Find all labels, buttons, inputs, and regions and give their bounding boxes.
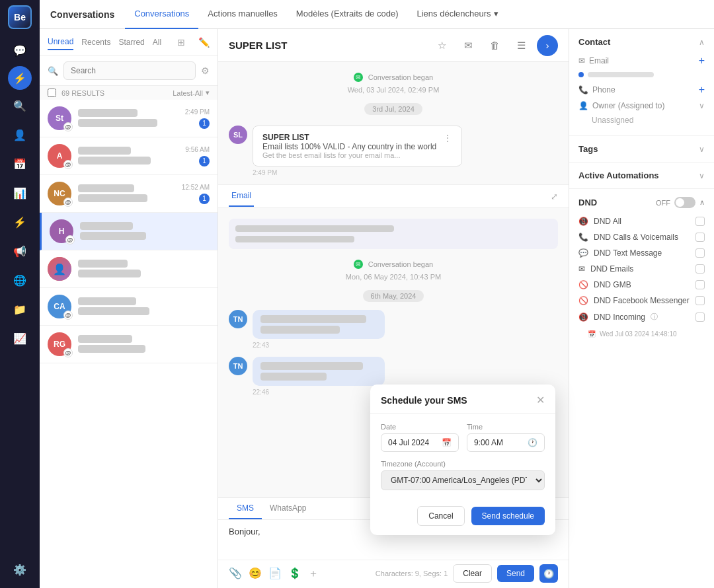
modal-close-button[interactable]: ✕	[536, 394, 545, 406]
nav-icon-contacts[interactable]: 👤	[7, 122, 33, 148]
modal-timezone-label: Timezone (Account)	[381, 460, 545, 468]
dnd-email-icon: ✉	[578, 264, 585, 274]
conv-info	[78, 109, 178, 128]
delete-button[interactable]: 🗑	[484, 35, 505, 56]
chat-header: SUPER LIST ☆ ✉ 🗑 ☰ ›	[218, 29, 569, 62]
email-tab-bar: Email ⤢	[218, 184, 569, 208]
cancel-button[interactable]: Cancel	[417, 506, 464, 526]
dnd-item-email-label: ✉ DND Emails	[578, 264, 633, 274]
plus-icon[interactable]: ＋	[308, 567, 319, 581]
add-phone-button[interactable]: +	[699, 84, 705, 96]
email-button[interactable]: ✉	[457, 35, 479, 56]
automations-section-header[interactable]: Active Automations ∨	[569, 163, 714, 188]
schedule-button[interactable]: 🕐	[539, 564, 558, 583]
expand-icon[interactable]: ⤢	[551, 192, 558, 202]
inbound-bubble-content-2	[253, 357, 385, 386]
send-schedule-button[interactable]: Send schedule	[471, 507, 545, 525]
tab-whatsapp[interactable]: WhatsApp	[262, 498, 314, 519]
tab-sms[interactable]: SMS	[229, 498, 262, 519]
contact-section-header[interactable]: Contact ∧	[569, 29, 714, 55]
modal-date-time-row: Date 04 Jul 2024 📅 Time 9:00 AM 🕐	[381, 423, 545, 452]
dnd-toggle-switch[interactable]	[674, 197, 695, 208]
at-badge: @	[63, 198, 73, 207]
next-button[interactable]: ›	[537, 35, 558, 56]
nav-icon-lightning[interactable]: ⚡	[8, 66, 32, 90]
email-message-row: SL SUPER LIST Email lists 100% VALID - A…	[229, 126, 558, 176]
attachment-icon[interactable]: 📎	[229, 567, 242, 581]
nav-icon-marketing[interactable]: 📢	[7, 238, 33, 264]
list-item[interactable]: A@ 9:56 AM 1	[40, 137, 218, 175]
conv-name	[78, 184, 175, 194]
inbound-time-1: 22:43	[253, 342, 385, 349]
modal-header: Schedule your SMS ✕	[370, 385, 555, 414]
timestamp-text: Wed Jul 03 2024 14:48:10	[600, 330, 677, 338]
star-button[interactable]: ☆	[431, 35, 452, 56]
more-icon[interactable]: ⋮	[443, 133, 452, 143]
dnd-toggle-label: OFF	[656, 199, 670, 207]
tab-modeles[interactable]: Modèles (Extraits de code)	[287, 0, 408, 29]
list-item[interactable]: St@ 2:49 PM 1	[40, 100, 218, 137]
conv-results-bar: 69 RESULTS Latest-All ▾	[40, 86, 218, 100]
add-email-button[interactable]: +	[699, 55, 705, 67]
modal-time-label: Time	[467, 423, 545, 431]
nav-icon-conversations[interactable]: 💬	[7, 37, 33, 63]
list-item[interactable]: NC@ 12:52 AM 1	[40, 175, 218, 213]
send-button[interactable]: Send	[497, 565, 534, 582]
dnd-header: DND OFF ∧	[578, 197, 705, 208]
compose-icon[interactable]: ✏️	[198, 37, 210, 48]
dnd-gmb-checkbox[interactable]	[695, 280, 705, 289]
email-tab[interactable]: Email	[229, 186, 254, 207]
search-input[interactable]	[63, 61, 196, 80]
tab-conversations-active[interactable]: Conversations	[125, 0, 198, 29]
tab-actions-manuelles[interactable]: Actions manuelles	[198, 0, 287, 29]
dnd-toggle[interactable]: OFF ∧	[656, 197, 705, 208]
conv-preview	[78, 119, 178, 128]
tab-recents[interactable]: Recents	[81, 35, 110, 50]
inbound-avatar-2: TN	[229, 357, 247, 375]
nav-icon-automation[interactable]: ⚡	[7, 209, 33, 235]
dnd-sms-checkbox[interactable]	[695, 248, 705, 258]
modal-date-input[interactable]: 04 Jul 2024 📅	[381, 433, 459, 452]
dnd-calls-icon: 📞	[578, 233, 588, 242]
template-icon[interactable]: 📄	[268, 567, 282, 581]
nav-icon-reports[interactable]: 📈	[7, 325, 33, 351]
email-field: ✉ Email +	[578, 55, 705, 67]
list-item[interactable]: H@ 0	[40, 213, 218, 250]
tab-starred[interactable]: Starred	[118, 35, 144, 50]
tab-liens-declencheurs[interactable]: Liens déclencheurs ▾	[407, 0, 507, 29]
filter-icon[interactable]: ⊞	[177, 37, 185, 48]
dnd-fb-icon: 🚫	[578, 296, 588, 305]
dnd-email-checkbox[interactable]	[695, 264, 705, 274]
tags-section-header[interactable]: Tags ∨	[569, 136, 714, 162]
list-item[interactable]: RG@	[40, 326, 218, 363]
dnd-calls-checkbox[interactable]	[695, 233, 705, 242]
nav-icon-opportunities[interactable]: 📊	[7, 180, 33, 206]
modal-timezone-select[interactable]: GMT-07:00 America/Los_Angeles (PDT) Ac..…	[381, 470, 545, 490]
filter-options-icon[interactable]: ⚙	[201, 65, 210, 76]
at-badge: @	[63, 122, 73, 131]
tab-unread[interactable]: Unread	[48, 34, 73, 50]
nav-icon-media[interactable]: 📁	[7, 296, 33, 322]
conv-name	[80, 222, 192, 232]
emoji-icon[interactable]: 😊	[249, 567, 262, 581]
select-all-checkbox[interactable]	[48, 89, 56, 97]
clear-button[interactable]: Clear	[453, 564, 492, 583]
dnd-all-checkbox[interactable]	[695, 217, 705, 226]
nav-icon-settings[interactable]: ⚙️	[7, 556, 33, 583]
filter-button[interactable]: ☰	[510, 35, 532, 56]
composer-right: Characters: 9, Segs: 1 Clear Send 🕐	[376, 564, 558, 583]
conv-time: 2:49 PM	[185, 108, 210, 116]
dnd-fb-checkbox[interactable]	[695, 296, 705, 305]
modal-time-input[interactable]: 9:00 AM 🕐	[467, 433, 545, 452]
list-item[interactable]: 👤	[40, 250, 218, 288]
tab-all[interactable]: All	[153, 35, 161, 50]
nav-icon-calendar[interactable]: 📅	[7, 151, 33, 177]
list-item[interactable]: CA@	[40, 288, 218, 326]
info-icon[interactable]: ⓘ	[651, 312, 658, 322]
nav-icon-search[interactable]: 🔍	[7, 92, 33, 119]
dnd-incoming-checkbox[interactable]	[695, 312, 705, 322]
payment-icon[interactable]: 💲	[288, 567, 301, 581]
nav-icon-sites[interactable]: 🌐	[7, 267, 33, 293]
tags-collapse-icon: ∨	[699, 145, 705, 154]
modal-date-label: Date	[381, 423, 459, 431]
